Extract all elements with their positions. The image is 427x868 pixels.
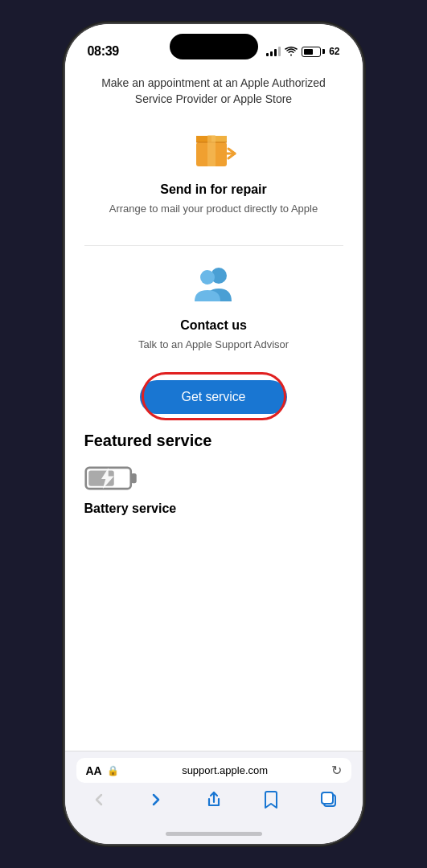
battery-charging-icon [84, 463, 141, 493]
send-in-desc: Arrange to mail your product directly to… [109, 202, 318, 216]
url-lock-icon: 🔒 [107, 765, 119, 776]
url-aa-label[interactable]: AA [86, 764, 102, 777]
package-icon [190, 126, 238, 171]
home-indicator [65, 823, 363, 844]
featured-service-title: Featured service [84, 432, 343, 450]
contact-us-icon-wrap [188, 259, 240, 310]
svg-point-5 [200, 270, 215, 285]
divider-1 [84, 245, 343, 246]
battery-service-section: Battery service [84, 463, 343, 516]
battery-icon [302, 47, 325, 57]
contact-us-desc: Talk to an Apple Support Advisor [138, 338, 289, 352]
signal-bars-icon [266, 47, 281, 56]
battery-service-title: Battery service [84, 502, 343, 516]
status-time: 08:39 [88, 44, 119, 59]
browser-bookmarks-button[interactable] [257, 791, 285, 809]
send-in-option: Send in for repair Arrange to mail your … [84, 123, 343, 216]
battery-percent: 62 [329, 46, 339, 57]
appointment-text: Make an appointment at an Apple Authoriz… [84, 68, 343, 107]
scroll-content: Make an appointment at an Apple Authoriz… [65, 68, 363, 751]
get-service-wrap: Get service [84, 380, 343, 414]
send-in-icon-wrap [188, 123, 240, 174]
phone-screen: 08:39 62 [65, 24, 363, 844]
browser-nav [76, 791, 351, 809]
contact-us-option: Contact us Talk to an Apple Support Advi… [84, 259, 343, 352]
browser-tabs-button[interactable] [314, 791, 343, 809]
browser-bar: AA 🔒 support.apple.com ↻ [65, 751, 363, 823]
send-in-title: Send in for repair [160, 182, 266, 197]
wifi-icon [285, 47, 298, 56]
contact-us-title: Contact us [180, 318, 247, 333]
url-bar[interactable]: AA 🔒 support.apple.com ↻ [76, 758, 351, 783]
people-icon [190, 264, 238, 305]
svg-rect-10 [322, 792, 333, 804]
home-bar [166, 832, 262, 836]
status-icons: 62 [266, 46, 339, 57]
svg-rect-2 [207, 135, 216, 166]
url-text[interactable]: support.apple.com [124, 764, 326, 776]
browser-back-button[interactable] [84, 792, 113, 808]
browser-share-button[interactable] [199, 791, 228, 809]
browser-forward-button[interactable] [142, 792, 170, 808]
get-service-button[interactable]: Get service [140, 380, 288, 414]
svg-rect-7 [130, 473, 136, 482]
url-refresh-icon[interactable]: ↻ [331, 763, 342, 778]
dynamic-island [170, 34, 258, 59]
phone-frame: 08:39 62 [65, 24, 363, 844]
